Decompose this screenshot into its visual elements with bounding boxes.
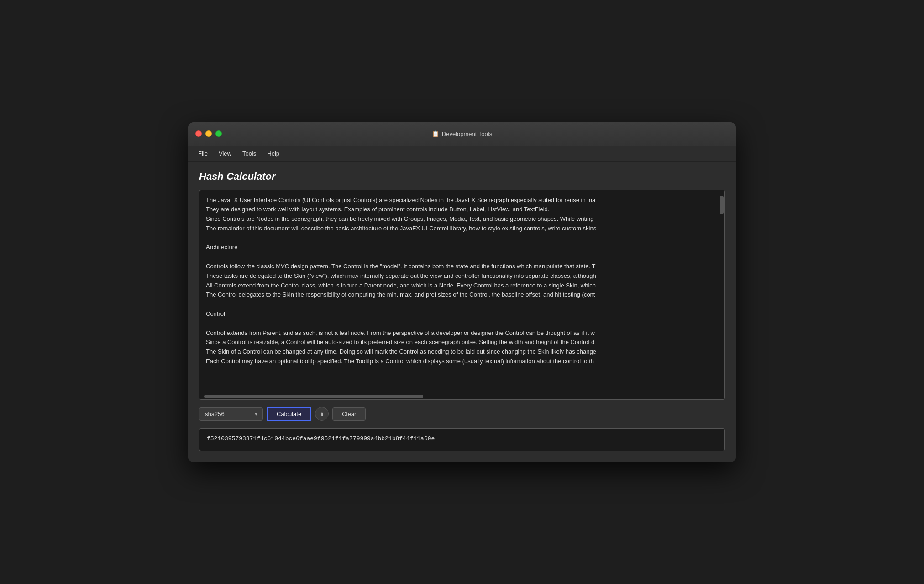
close-button[interactable] <box>195 130 202 137</box>
hash-output: f5210395793371f4c61044bce6faae9f9521f1fa… <box>199 428 725 451</box>
minimize-button[interactable] <box>205 130 212 137</box>
algorithm-select-wrapper[interactable]: sha256 md5 sha1 sha512 <box>199 407 263 421</box>
page-title: Hash Calculator <box>199 171 725 182</box>
title-bar: 📋 Development Tools <box>188 122 736 146</box>
clear-button[interactable]: Clear <box>332 407 366 421</box>
title-label: Development Tools <box>442 130 492 137</box>
content-area: Hash Calculator The JavaFX User Interfac… <box>188 162 736 462</box>
info-button[interactable]: ℹ <box>315 407 329 421</box>
calculate-button[interactable]: Calculate <box>267 407 311 421</box>
menu-tools[interactable]: Tools <box>238 149 261 158</box>
input-text-area[interactable]: The JavaFX User Interface Controls (UI C… <box>199 190 725 400</box>
main-window: 📋 Development Tools File View Tools Help… <box>188 122 736 462</box>
vertical-scrollbar[interactable] <box>719 190 724 399</box>
menu-bar: File View Tools Help <box>188 146 736 162</box>
maximize-button[interactable] <box>215 130 222 137</box>
scrollbar-h-thumb[interactable] <box>204 395 423 398</box>
menu-help[interactable]: Help <box>262 149 284 158</box>
scrollbar-thumb[interactable] <box>720 196 724 214</box>
window-title: 📋 Development Tools <box>432 130 492 137</box>
horizontal-scrollbar[interactable] <box>200 394 719 399</box>
controls-row: sha256 md5 sha1 sha512 Calculate ℹ Clear <box>199 407 725 421</box>
title-icon: 📋 <box>432 130 439 137</box>
traffic-lights <box>195 130 222 137</box>
menu-file[interactable]: File <box>194 149 212 158</box>
algorithm-select[interactable]: sha256 md5 sha1 sha512 <box>199 407 263 421</box>
menu-view[interactable]: View <box>214 149 236 158</box>
text-content: The JavaFX User Interface Controls (UI C… <box>206 196 718 366</box>
